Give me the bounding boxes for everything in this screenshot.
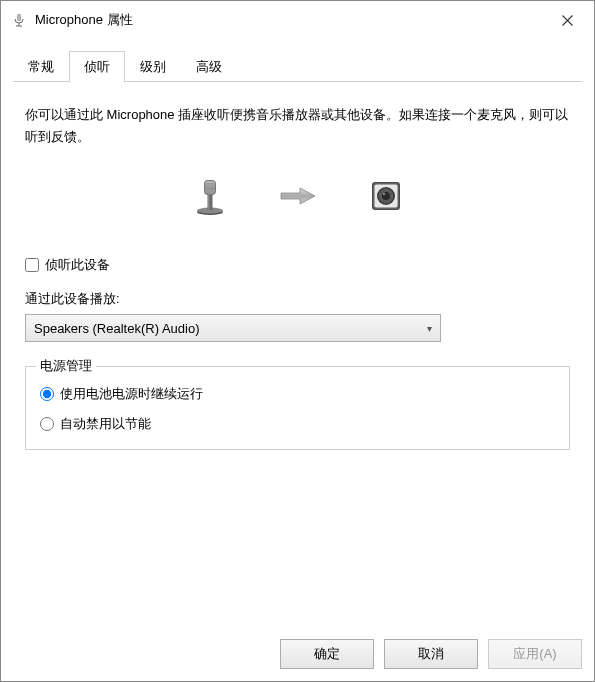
microphone-device-icon	[190, 176, 230, 216]
svg-rect-12	[205, 181, 215, 188]
power-option-disable-row: 自动禁用以节能	[40, 415, 555, 433]
tab-advanced[interactable]: 高级	[181, 51, 237, 82]
power-disable-label[interactable]: 自动禁用以节能	[60, 415, 151, 433]
power-disable-radio[interactable]	[40, 417, 54, 431]
tab-general[interactable]: 常规	[13, 51, 69, 82]
listen-checkbox-row: 侦听此设备	[25, 256, 570, 274]
power-continue-label[interactable]: 使用电池电源时继续运行	[60, 385, 203, 403]
chevron-down-icon: ▾	[427, 323, 432, 334]
listen-checkbox[interactable]	[25, 258, 39, 272]
tab-bar: 常规 侦听 级别 高级	[1, 39, 594, 82]
microphone-icon	[11, 12, 27, 28]
arrow-right-icon	[278, 186, 318, 206]
tab-levels[interactable]: 级别	[125, 51, 181, 82]
cancel-button[interactable]: 取消	[384, 639, 478, 669]
speaker-device-icon	[366, 176, 406, 216]
svg-point-22	[382, 193, 384, 195]
tab-listen[interactable]: 侦听	[69, 51, 125, 83]
dialog-footer: 确定 取消 应用(A)	[1, 627, 594, 681]
playback-label: 通过此设备播放:	[25, 290, 570, 308]
power-continue-radio[interactable]	[40, 387, 54, 401]
power-management-group: 电源管理 使用电池电源时继续运行 自动禁用以节能	[25, 366, 570, 450]
close-button[interactable]	[544, 4, 590, 36]
close-icon	[562, 15, 573, 26]
devices-diagram	[25, 176, 570, 216]
power-option-continue-row: 使用电池电源时继续运行	[40, 385, 555, 403]
titlebar: Microphone 属性	[1, 1, 594, 39]
apply-button[interactable]: 应用(A)	[488, 639, 582, 669]
power-group-title: 电源管理	[36, 357, 96, 375]
description-text: 你可以通过此 Microphone 插座收听便携音乐播放器或其他设备。如果连接一…	[25, 104, 570, 148]
window-title: Microphone 属性	[35, 11, 544, 29]
listen-checkbox-label[interactable]: 侦听此设备	[45, 256, 110, 274]
svg-rect-1	[18, 15, 21, 21]
tab-content: 你可以通过此 Microphone 插座收听便携音乐播放器或其他设备。如果连接一…	[1, 82, 594, 627]
dialog-window: Microphone 属性 常规 侦听 级别 高级 你可以通过此 Microph…	[0, 0, 595, 682]
ok-button[interactable]: 确定	[280, 639, 374, 669]
playback-device-dropdown[interactable]: Speakers (Realtek(R) Audio) ▾	[25, 314, 441, 342]
playback-selected-value: Speakers (Realtek(R) Audio)	[34, 321, 199, 336]
svg-rect-9	[208, 193, 210, 210]
